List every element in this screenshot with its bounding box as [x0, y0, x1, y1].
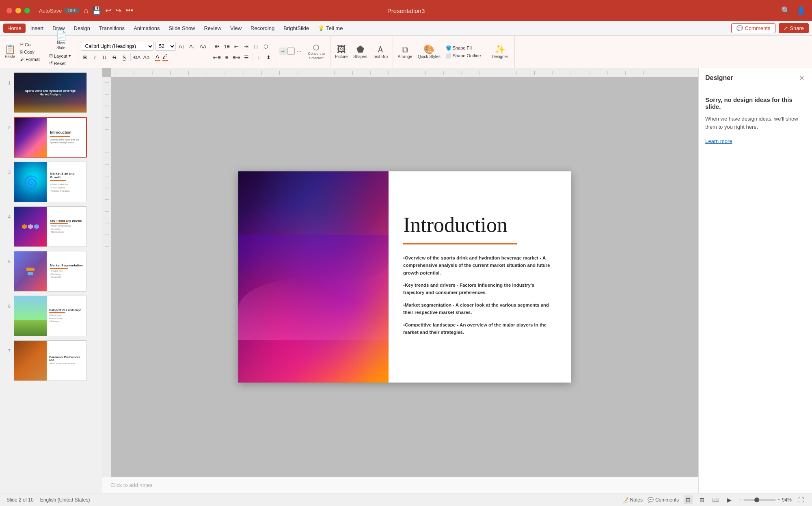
text-box-button[interactable]: Ａ Text Box — [371, 43, 390, 61]
font-size-selector[interactable]: 52 — [155, 42, 176, 51]
menu-review[interactable]: Review — [200, 24, 225, 33]
maximize-button[interactable] — [24, 8, 30, 13]
font-color-button[interactable]: A — [155, 54, 160, 61]
save-icon[interactable]: 💾 — [92, 6, 101, 15]
reading-view-button[interactable]: 📖 — [711, 495, 720, 504]
new-slide-button[interactable]: 📄 New Slide — [54, 30, 69, 52]
grid-view-button[interactable]: ⊞ — [698, 495, 706, 504]
strikethrough-button[interactable]: S — [110, 53, 119, 62]
increase-indent-button[interactable]: ⇥ — [242, 42, 251, 51]
slide-thumbnail-4[interactable]: 4 Key Trends and Drivers • Health consci… — [3, 205, 99, 248]
shadow-button[interactable]: S̲ — [120, 53, 129, 62]
numbering-button[interactable]: 1≡ — [222, 42, 231, 51]
more-icon[interactable]: ••• — [125, 6, 133, 15]
slide-decorative-panel — [238, 171, 389, 383]
slide6-thumb-title: Competitive Landscape — [49, 309, 84, 311]
slide-thumbnail-7[interactable]: 7 Consumer Preferences and Trends in con… — [3, 339, 99, 382]
format-painter-button[interactable]: 🖌 Format — [18, 56, 41, 63]
increase-font-button[interactable]: A↑ — [177, 42, 186, 51]
menu-recording[interactable]: Recording — [246, 24, 279, 33]
picture-button[interactable]: 🖼 Picture — [333, 43, 350, 61]
slide-thumbnail-6[interactable]: 6 Competitive Landscape • Key players• M… — [3, 295, 99, 337]
copy-button[interactable]: ⎘ Copy — [18, 49, 41, 55]
menu-brightslide[interactable]: BrightSlide — [279, 24, 313, 33]
menu-view[interactable]: View — [226, 24, 246, 33]
cut-button[interactable]: ✂ Cut — [18, 41, 41, 48]
zoom-slider[interactable] — [743, 499, 776, 501]
ribbon-group-insert: 🖼 Picture ⬟ Shapes Ａ Text Box — [330, 36, 393, 68]
bold-button[interactable]: B — [81, 53, 90, 62]
paste-button[interactable]: 📋 Paste — [2, 43, 17, 61]
arrange-button[interactable]: ⧉ Arrange — [395, 43, 414, 61]
decrease-indent-button[interactable]: ⇤ — [232, 42, 241, 51]
convert-smartart-button[interactable]: ⬡ Convert to SmartArt — [306, 42, 327, 62]
comments-button[interactable]: 💬 Comments — [731, 23, 775, 33]
menu-animations[interactable]: Animations — [130, 24, 164, 33]
shape-rect-btn[interactable] — [287, 48, 295, 55]
designer-header: Designer ✕ — [699, 68, 812, 88]
menu-insert[interactable]: Insert — [26, 24, 48, 33]
columns-button[interactable]: ⫼ — [252, 42, 261, 51]
underline-button[interactable]: U — [100, 53, 109, 62]
smartart-convert-button[interactable]: ⬡ — [261, 42, 270, 51]
fit-slide-button[interactable]: ⛶ — [797, 495, 806, 504]
statusbar: Slide 2 of 10 English (United States) 📝 … — [0, 493, 812, 506]
menu-slideshow[interactable]: Slide Show — [164, 24, 199, 33]
search-icon[interactable]: 🔍 — [781, 6, 790, 15]
shape-fill-button[interactable]: 🪣 Shape Fill — [444, 45, 483, 52]
slide4-thumb-text: • Health consciousness• Innovation• Mark… — [50, 225, 83, 234]
shape-arrow-btn[interactable]: → — [279, 48, 287, 55]
align-center-button[interactable]: ≡ — [222, 53, 231, 62]
comments-toggle[interactable]: 💬 Comments — [648, 497, 679, 503]
bullets-button[interactable]: ≡• — [213, 42, 222, 51]
cut-icon: ✂ — [20, 42, 24, 47]
normal-view-button[interactable]: ⊟ — [684, 495, 693, 504]
redo-icon[interactable]: ↪ — [115, 6, 121, 15]
menu-design[interactable]: Design — [70, 24, 94, 33]
text-direction-button[interactable]: ⟲A — [132, 53, 141, 62]
clear-format-button[interactable]: Aa — [199, 42, 207, 51]
shape-more-btn[interactable]: ⋯ — [296, 48, 303, 55]
layout-button[interactable]: ⊞ Layout ▾ — [48, 52, 75, 59]
shapes-button[interactable]: ⬟ Shapes — [351, 43, 369, 61]
menu-home[interactable]: Home — [3, 24, 26, 33]
designer-learn-more-link[interactable]: Learn more — [705, 138, 732, 144]
shape-outline-button[interactable]: ⬜ Shape Outline — [444, 52, 483, 59]
slideshow-view-button[interactable]: ▶ — [725, 495, 734, 504]
notes-placeholder: Click to add notes — [110, 482, 152, 488]
menu-transitions[interactable]: Transitions — [95, 24, 129, 33]
profile-icon[interactable]: 👤 — [797, 6, 806, 15]
decrease-font-button[interactable]: A↓ — [188, 42, 197, 51]
zoom-out-icon[interactable]: − — [739, 497, 742, 503]
comment-icon: 💬 — [736, 25, 743, 31]
quick-styles-button[interactable]: 🎨 Quick Styles — [416, 43, 443, 61]
designer-close-button[interactable]: ✕ — [797, 74, 806, 82]
text-case-button[interactable]: Aa — [142, 53, 151, 62]
zoom-in-icon[interactable]: + — [777, 497, 780, 503]
close-button[interactable] — [6, 8, 12, 13]
text-align-button[interactable]: ⬍ — [264, 53, 273, 62]
home-icon[interactable]: ⌂ — [84, 6, 88, 15]
line-spacing-button[interactable]: ↕ — [255, 53, 263, 62]
justify-button[interactable]: ☰ — [242, 53, 251, 62]
autosave-toggle[interactable]: AutoSave OFF — [39, 8, 80, 14]
slide-thumbnail-3[interactable]: 3 🌀 Market Size and Growth • Global mark… — [3, 161, 99, 203]
slide6-thumb-text: • Key players• Market share• Strategies — [49, 314, 84, 323]
align-left-button[interactable]: ⇤≡ — [213, 53, 222, 62]
share-button[interactable]: ↗ Share — [779, 23, 809, 33]
font-name-selector[interactable]: Calibri Light (Headings) — [81, 42, 154, 51]
designer-button[interactable]: ✨ Designer — [488, 42, 511, 62]
notes-toggle[interactable]: 📝 Notes — [622, 497, 643, 503]
notes-bar[interactable]: Click to add notes — [102, 477, 698, 493]
slide-thumbnail-2[interactable]: 2 Introduction Overview of the sports dr… — [3, 116, 99, 158]
highlight-color-button[interactable]: 🖊 — [162, 54, 168, 61]
align-right-button[interactable]: ≡⇥ — [232, 53, 241, 62]
undo-icon[interactable]: ↩ — [105, 6, 111, 15]
menu-tellme[interactable]: 💡 Tell me — [314, 24, 347, 33]
reset-button[interactable]: ↺ Reset — [48, 60, 75, 67]
minimize-button[interactable] — [15, 8, 21, 13]
main-slide[interactable]: Introduction •Overview of the sports dri… — [238, 171, 571, 383]
italic-button[interactable]: I — [91, 53, 99, 62]
slide-thumbnail-5[interactable]: 5 Market Segmentation • Product type• Di… — [3, 250, 99, 292]
slide-thumbnail-1[interactable]: 1 Sports Drink and Hydration BeverageMar… — [3, 71, 99, 114]
